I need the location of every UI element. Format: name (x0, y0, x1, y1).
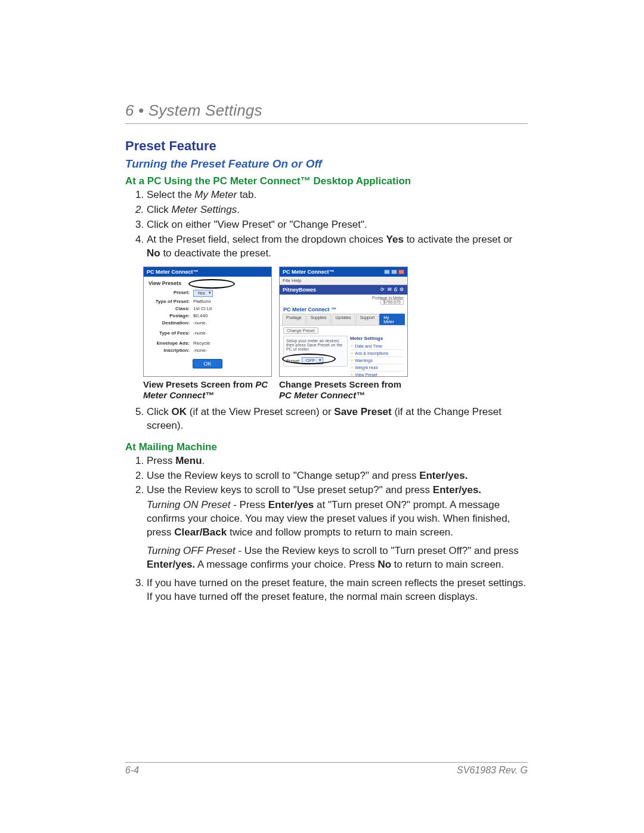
close-icon[interactable] (398, 270, 404, 274)
window-titlebar: PC Meter Connect™ (280, 267, 407, 277)
caption-1: View Presets Screen from PC Meter Connec… (143, 379, 272, 401)
figure-captions: View Presets Screen from PC Meter Connec… (143, 379, 528, 401)
panel-badge: Change Preset (283, 327, 318, 334)
dialog-heading: View Presets (148, 280, 267, 286)
minimize-icon[interactable] (384, 270, 390, 274)
maximize-icon[interactable] (391, 270, 397, 274)
steps-pc: Select the My Meter tab. Click Meter Set… (125, 188, 528, 261)
menu-warnings[interactable]: Warnings (350, 357, 404, 364)
menu-view-preset[interactable]: View Preset (350, 371, 404, 377)
mstep-3: If you have turned on the preset feature… (147, 577, 528, 604)
step-3: Click on either "View Preset" or "Change… (147, 218, 528, 232)
steps-pc-cont: Click OK (if at the View Preset screen) … (125, 405, 528, 433)
menu-date-time[interactable]: Date and Time (350, 343, 404, 350)
document-page: 6 • System Settings Preset Feature Turni… (0, 0, 644, 833)
step-4: At the Preset field, select from the dro… (147, 233, 528, 261)
tab-bar: Postage Supplies Updates Support My Mete… (280, 314, 407, 326)
doc-id: SV61983 Rev. G (457, 765, 528, 776)
menu-ads[interactable]: Ads & Inscriptions (350, 350, 404, 357)
page-footer: 6-4 SV61983 Rev. G (125, 762, 528, 776)
mstep-2b: Use the Review keys to scroll to "Use pr… (147, 484, 528, 497)
step-2: Click Meter Settings. (147, 203, 528, 217)
procedure-heading-machine: At Mailing Machine (125, 441, 528, 453)
section-heading: Preset Feature (125, 138, 528, 154)
mstep-1: Press Menu. (147, 454, 528, 468)
toolbar-icons: ⟳ ✉ ⎙ ⚙ (380, 287, 404, 292)
tab-my-meter[interactable]: My Meter (379, 314, 405, 325)
step-5: Click OK (if at the View Preset screen) … (147, 405, 528, 433)
chapter-rule (125, 123, 528, 124)
mstep-off: Turning OFF Preset - Use the Review keys… (147, 544, 528, 572)
figure-view-presets: PC Meter Connect™ View Presets Preset:Ye… (143, 267, 272, 377)
figure-row: PC Meter Connect™ View Presets Preset:Ye… (143, 267, 528, 377)
ok-button[interactable]: OK (193, 359, 222, 368)
tab-support[interactable]: Support (356, 314, 379, 325)
procedure-heading-pc: At a PC Using the PC Meter Connect™ Desk… (125, 175, 528, 187)
preset-select[interactable]: OFF (302, 357, 323, 364)
settings-heading: Meter Settings (350, 336, 404, 341)
page-number: 6-4 (125, 765, 139, 776)
mstep-2: Use the Review keys to scroll to "Change… (147, 469, 528, 483)
figure-change-preset: PC Meter Connect™ File Help PitneyBowes … (279, 267, 408, 377)
brand-bar: PitneyBowes ⟳ ✉ ⎙ ⚙ (280, 285, 407, 295)
subsection-heading: Turning the Preset Feature On or Off (125, 157, 528, 171)
menu-weight-hold[interactable]: Weight Hold (350, 364, 404, 371)
preset-select[interactable]: Yes (193, 290, 213, 297)
chapter-title: 6 • System Settings (125, 101, 528, 120)
app-title: PC Meter Connect ™ (280, 305, 407, 314)
dialog-titlebar: PC Meter Connect™ (144, 267, 271, 277)
step-1: Select the My Meter tab. (147, 188, 528, 202)
panel-hint: Setup your meter as desired, then press … (286, 339, 345, 351)
tab-updates[interactable]: Updates (332, 314, 355, 325)
tab-supplies[interactable]: Supplies (306, 314, 331, 325)
mstep-on: Turning ON Preset - Press Enter/yes at "… (147, 498, 528, 540)
tab-postage[interactable]: Postage (282, 314, 306, 325)
steps-machine: Press Menu. Use the Review keys to scrol… (125, 454, 528, 604)
caption-2: Change Presets Screen from PC Meter Conn… (279, 379, 408, 401)
menu-bar[interactable]: File Help (280, 277, 407, 285)
